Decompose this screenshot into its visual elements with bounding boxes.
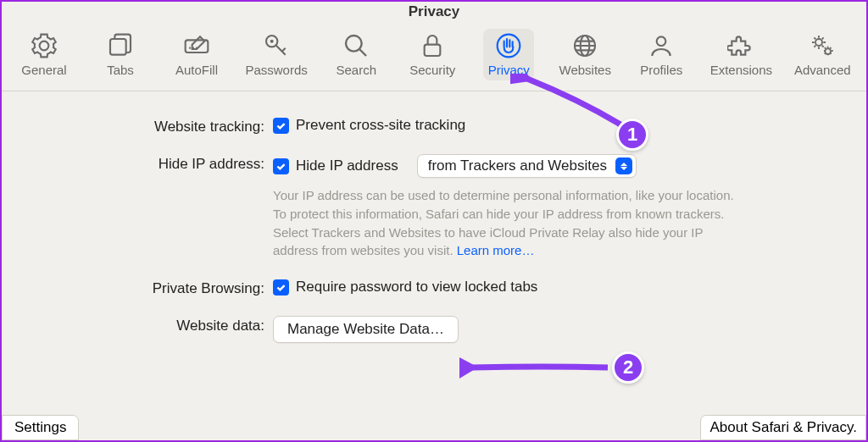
svg-point-12 [657, 36, 666, 46]
learn-more-link[interactable]: Learn more… [457, 243, 535, 257]
svg-rect-0 [110, 39, 126, 55]
tab-profiles[interactable]: Profiles [636, 29, 687, 80]
tab-websites[interactable]: Websites [559, 29, 610, 80]
tab-autofill[interactable]: AutoFill [171, 29, 222, 80]
tab-search[interactable]: Search [331, 29, 381, 80]
svg-point-7 [346, 36, 362, 52]
tab-privacy[interactable]: Privacy [483, 29, 534, 80]
tab-label: Advanced [794, 63, 851, 77]
tab-general[interactable]: General [19, 29, 70, 80]
prevent-tracking-text: Prevent cross-site tracking [296, 117, 465, 134]
checkmark-icon [275, 282, 287, 293]
gear-icon [31, 32, 58, 59]
tabs-icon [107, 32, 134, 59]
website-tracking-label: Website tracking: [36, 117, 273, 135]
tab-tabs[interactable]: Tabs [95, 29, 146, 80]
tab-label: Profiles [640, 63, 682, 77]
settings-content: Website tracking: Prevent cross-site tra… [2, 91, 866, 387]
pencil-in-box-icon [183, 32, 210, 59]
require-password-checkbox[interactable] [273, 279, 289, 296]
tab-label: Search [336, 63, 376, 77]
dropdown-value: from Trackers and Websites [428, 157, 607, 174]
preferences-toolbar: General Tabs AutoFill Passwords Search S… [2, 20, 866, 91]
key-icon [263, 32, 290, 59]
about-privacy-button[interactable]: About Safari & Privacy. [700, 415, 866, 440]
checkmark-icon [275, 120, 287, 131]
tab-label: General [21, 63, 66, 77]
person-icon [648, 32, 675, 59]
puzzle-icon [727, 32, 754, 59]
tab-label: Passwords [245, 63, 307, 77]
tab-label: Extensions [710, 63, 772, 77]
svg-point-13 [815, 39, 822, 46]
hide-ip-label: Hide IP address: [36, 154, 273, 173]
chevron-updown-icon [615, 157, 632, 174]
checkmark-icon [275, 161, 287, 172]
hide-ip-checkbox[interactable] [273, 158, 289, 174]
svg-point-9 [498, 35, 520, 58]
hide-ip-description: Your IP address can be used to determine… [273, 186, 748, 260]
private-browsing-label: Private Browsing: [36, 279, 273, 297]
search-icon [342, 32, 370, 59]
manage-website-data-button[interactable]: Manage Website Data… [273, 316, 459, 343]
window-title: Privacy [2, 2, 866, 20]
hide-ip-text: Hide IP address [296, 157, 398, 174]
annotation-badge-1: 1 [616, 119, 648, 151]
lock-icon [419, 32, 446, 59]
tab-label: Privacy [488, 63, 530, 77]
tab-security[interactable]: Security [407, 29, 458, 80]
tab-label: Tabs [107, 63, 134, 77]
svg-point-3 [192, 47, 194, 49]
require-password-text: Require password to view locked tabs [296, 279, 537, 296]
svg-point-4 [196, 47, 198, 49]
tab-label: Security [409, 63, 455, 77]
svg-point-6 [270, 40, 274, 43]
svg-point-2 [189, 47, 191, 49]
prevent-tracking-checkbox[interactable] [273, 118, 289, 134]
tab-label: AutoFill [175, 63, 218, 77]
tab-extensions[interactable]: Extensions [712, 29, 770, 80]
hide-ip-dropdown[interactable]: from Trackers and Websites [417, 154, 637, 178]
hand-icon [495, 32, 522, 59]
website-data-label: Website data: [36, 316, 273, 334]
annotation-badge-2: 2 [612, 351, 644, 384]
svg-rect-8 [425, 45, 441, 56]
tab-label: Websites [559, 63, 611, 77]
gears-icon [809, 32, 836, 59]
globe-icon [571, 32, 598, 59]
tab-passwords[interactable]: Passwords [248, 29, 305, 80]
tab-advanced[interactable]: Advanced [795, 29, 849, 80]
settings-button[interactable]: Settings [2, 415, 79, 440]
